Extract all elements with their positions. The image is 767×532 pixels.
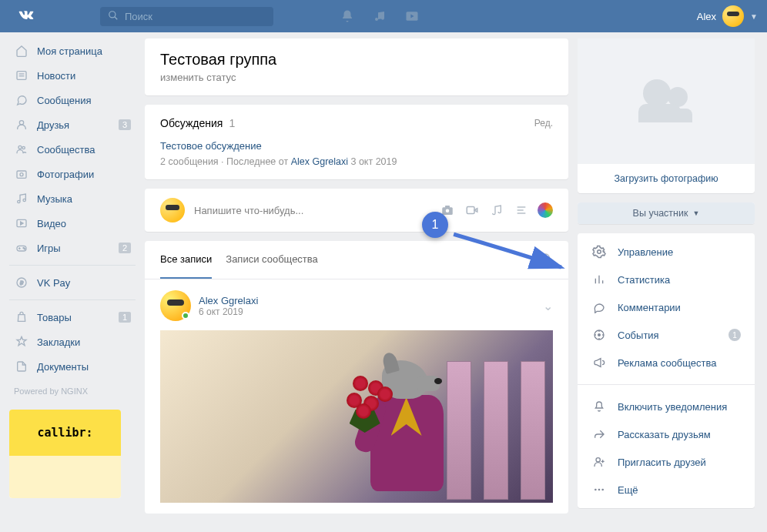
post-avatar-icon[interactable] xyxy=(160,290,191,321)
nav-groups[interactable]: Сообщества xyxy=(9,137,136,162)
aside: Загрузить фотографию Вы участник ▼ Управ… xyxy=(578,38,755,517)
search-wrap[interactable] xyxy=(100,7,273,26)
svg-point-16 xyxy=(24,249,25,249)
nav-bookmarks[interactable]: Закладки xyxy=(9,330,136,354)
post-date[interactable]: 6 окт 2019 xyxy=(199,306,258,317)
header-icons xyxy=(339,8,420,25)
group-cover-placeholder[interactable] xyxy=(578,38,755,163)
nav-market[interactable]: Товары1 xyxy=(9,305,136,330)
aside-share[interactable]: Рассказать друзьям xyxy=(578,420,755,448)
tab-community-posts[interactable]: Записи сообщества xyxy=(226,241,318,279)
discussions-title[interactable]: Обсуждения xyxy=(160,117,223,129)
nav-messages[interactable]: Сообщения xyxy=(9,88,136,112)
group-status[interactable]: изменить статус xyxy=(160,72,553,83)
aside-label: Комментарии xyxy=(618,302,681,313)
wall-post: Alex Ggrelaxi 6 окт 2019 ⌄ xyxy=(145,279,568,514)
home-icon xyxy=(14,43,29,59)
music-attach-icon[interactable] xyxy=(488,202,505,219)
nav-news[interactable]: Новости xyxy=(9,63,136,88)
video-play-icon[interactable] xyxy=(404,8,420,25)
vk-logo-icon[interactable] xyxy=(9,5,37,28)
aside-manage[interactable]: Управление xyxy=(578,238,755,266)
aside-label: Пригласить друзей xyxy=(618,457,706,468)
nav-label: Товары xyxy=(37,312,72,323)
content: Тестовая группа изменить статус Обсужден… xyxy=(145,38,568,517)
bookmark-icon xyxy=(14,334,29,350)
user-avatar-icon xyxy=(722,5,744,27)
market-icon xyxy=(14,309,29,325)
more-icon xyxy=(591,482,607,497)
search-icon xyxy=(108,10,119,23)
poster-icon[interactable] xyxy=(538,202,553,218)
nav-docs[interactable]: Документы xyxy=(9,354,136,379)
member-box: Вы участник ▼ xyxy=(578,202,755,224)
online-dot-icon xyxy=(182,312,189,320)
svg-point-26 xyxy=(542,254,549,261)
svg-line-1 xyxy=(115,16,118,19)
member-button[interactable]: Вы участник ▼ xyxy=(578,202,755,224)
tab-all-posts[interactable]: Все записи xyxy=(160,241,212,279)
svg-rect-22 xyxy=(467,207,474,214)
discussion-topic-link[interactable]: Тестовое обсуждение xyxy=(160,140,553,152)
svg-text:₽: ₽ xyxy=(20,279,24,286)
chevron-down-icon: ▼ xyxy=(750,12,758,21)
nav-badge: 2 xyxy=(119,243,131,253)
discussion-meta: 2 сообщения · Последнее от Alex Ggrelaxi… xyxy=(160,156,553,167)
nav-label: Моя страница xyxy=(37,45,102,57)
aside-events[interactable]: События1 xyxy=(578,321,755,349)
nav-label: Видео xyxy=(37,218,66,229)
post-composer[interactable]: Напишите что-нибудь... xyxy=(145,189,568,232)
article-icon[interactable] xyxy=(513,202,530,219)
aside-more[interactable]: Ещё xyxy=(578,476,755,504)
svg-point-0 xyxy=(109,11,116,17)
composer-input[interactable]: Напишите что-нибудь... xyxy=(194,205,439,216)
games-icon xyxy=(14,240,29,256)
aside-comments[interactable]: Комментарии xyxy=(578,293,755,321)
post-more-icon[interactable]: ⌄ xyxy=(543,299,553,313)
wall-search-icon[interactable] xyxy=(541,253,553,267)
music-icon[interactable] xyxy=(371,8,388,25)
aside-label: Ещё xyxy=(618,484,638,496)
nav-separator xyxy=(9,265,136,266)
post-image[interactable] xyxy=(160,330,553,503)
disc-date: 3 окт 2019 xyxy=(348,156,397,167)
comment-icon xyxy=(591,299,607,315)
notifications-icon[interactable] xyxy=(339,8,356,25)
nav-video[interactable]: Видео xyxy=(9,211,136,236)
aside-label: Реклама сообщества xyxy=(618,357,717,369)
aside-stats[interactable]: Статистика xyxy=(578,266,755,293)
nav-separator xyxy=(9,299,136,300)
svg-point-35 xyxy=(595,489,597,491)
nav-music[interactable]: Музыка xyxy=(9,186,136,211)
nav-photos[interactable]: Фотографии xyxy=(9,162,136,186)
nav-label: Сообщения xyxy=(37,95,92,106)
ad-block[interactable]: callibr: xyxy=(9,410,121,498)
aside-label: Включить уведомления xyxy=(618,401,727,413)
nav-friends[interactable]: Друзья3 xyxy=(9,112,136,137)
disc-author-link[interactable]: Alex Ggrelaxi xyxy=(291,156,348,167)
post-author-link[interactable]: Alex Ggrelaxi xyxy=(199,295,258,306)
aside-invite[interactable]: Пригласить друзей xyxy=(578,448,755,476)
aside-badge: 1 xyxy=(728,329,741,341)
aside-notifications[interactable]: Включить уведомления xyxy=(578,393,755,420)
svg-point-8 xyxy=(22,146,25,149)
discussions-edit[interactable]: Ред. xyxy=(534,118,553,129)
video-nav-icon xyxy=(14,216,29,231)
nav-vkpay[interactable]: ₽VK Pay xyxy=(9,270,136,295)
megaphone-icon xyxy=(591,355,607,370)
svg-line-27 xyxy=(548,260,551,263)
invite-icon xyxy=(591,454,607,470)
nav-games[interactable]: Игры2 xyxy=(9,236,136,260)
nav-badge: 1 xyxy=(119,312,131,323)
group-cover-box: Загрузить фотографию xyxy=(578,38,755,193)
nav-my-page[interactable]: Моя страница xyxy=(9,38,136,63)
svg-point-6 xyxy=(19,121,23,125)
upload-photo-link[interactable]: Загрузить фотографию xyxy=(578,163,755,193)
aside-label: Управление xyxy=(618,246,673,258)
news-icon xyxy=(14,68,29,83)
nav-label: Закладки xyxy=(37,336,80,348)
video-icon[interactable] xyxy=(464,202,481,219)
aside-ads[interactable]: Реклама сообщества xyxy=(578,349,755,376)
search-input[interactable] xyxy=(125,11,266,22)
user-menu[interactable]: Alex ▼ xyxy=(697,5,758,27)
